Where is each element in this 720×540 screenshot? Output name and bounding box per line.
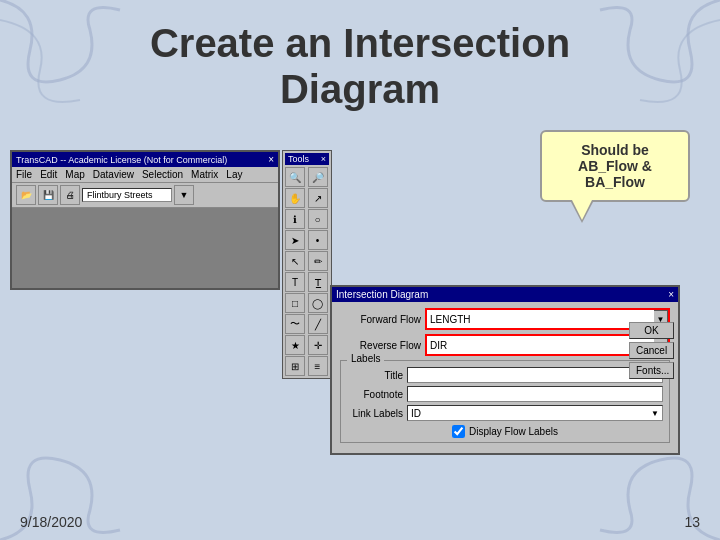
title-line2: Diagram bbox=[100, 66, 620, 112]
toolbar-btn-3[interactable]: 🖨 bbox=[60, 185, 80, 205]
link-labels-arrow: ▼ bbox=[651, 409, 659, 418]
reverse-flow-row: Reverse Flow DIR ▼ bbox=[340, 334, 670, 356]
transcad-menubar: File Edit Map Dataview Selection Matrix … bbox=[12, 167, 278, 183]
tool-circle2[interactable]: ◯ bbox=[308, 293, 328, 313]
menu-matrix[interactable]: Matrix bbox=[191, 169, 218, 180]
tool-hand[interactable]: ✋ bbox=[285, 188, 305, 208]
slide: Create an Intersection Diagram Should be… bbox=[0, 0, 720, 540]
footer-page: 13 bbox=[684, 514, 700, 530]
transcad-titlebar: TransCAD -- Academic License (Not for Co… bbox=[12, 152, 278, 167]
menu-map[interactable]: Map bbox=[65, 169, 84, 180]
display-flow-labels-label: Display Flow Labels bbox=[469, 426, 558, 437]
footnote-field-input[interactable] bbox=[407, 386, 663, 402]
tool-line[interactable]: ╱ bbox=[308, 314, 328, 334]
title-field-label: Title bbox=[347, 370, 407, 381]
display-flow-labels-row: Display Flow Labels bbox=[347, 425, 663, 438]
tool-arrow[interactable]: ➤ bbox=[285, 230, 305, 250]
link-labels-input-wrapper: ID ▼ bbox=[407, 405, 663, 421]
callout-text: Should be AB_Flow & BA_Flow bbox=[578, 142, 652, 190]
reverse-flow-label: Reverse Flow bbox=[340, 340, 425, 351]
tool-cursor[interactable]: ↖ bbox=[285, 251, 305, 271]
forward-flow-row: Forward Flow LENGTH ▼ bbox=[340, 308, 670, 330]
tool-point[interactable]: • bbox=[308, 230, 328, 250]
labels-section-title: Labels bbox=[347, 353, 384, 364]
footnote-field-row: Footnote bbox=[347, 386, 663, 402]
tool-zoom[interactable]: 🔎 bbox=[308, 167, 328, 187]
link-labels-row: Link Labels ID ▼ bbox=[347, 405, 663, 421]
footnote-field-label: Footnote bbox=[347, 389, 407, 400]
tool-info[interactable]: ℹ bbox=[285, 209, 305, 229]
title-field-input[interactable] bbox=[407, 367, 663, 383]
menu-file[interactable]: File bbox=[16, 169, 32, 180]
link-labels-label: Link Labels bbox=[347, 408, 407, 419]
menu-selection[interactable]: Selection bbox=[142, 169, 183, 180]
tool-text[interactable]: T bbox=[285, 272, 305, 292]
toolbar-btn-dropdown[interactable]: ▼ bbox=[174, 185, 194, 205]
transcad-close[interactable]: × bbox=[268, 154, 274, 165]
tool-star[interactable]: ★ bbox=[285, 335, 305, 355]
tools-close[interactable]: × bbox=[321, 154, 326, 164]
menu-lay[interactable]: Lay bbox=[226, 169, 242, 180]
title-line1: Create an Intersection bbox=[100, 20, 620, 66]
tools-title: Tools bbox=[288, 154, 309, 164]
map-area bbox=[12, 208, 278, 288]
display-flow-labels-checkbox[interactable] bbox=[452, 425, 465, 438]
transcad-window: TransCAD -- Academic License (Not for Co… bbox=[10, 150, 280, 290]
intersection-dialog: Intersection Diagram × Forward Flow LENG… bbox=[330, 285, 680, 455]
slide-title: Create an Intersection Diagram bbox=[100, 20, 620, 112]
tools-panel: Tools × 🔍 🔎 ✋ ↗ ℹ ○ ➤ • ↖ ✏ T T̲ □ ◯ 〜 ╱… bbox=[282, 150, 332, 379]
tool-magnify[interactable]: 🔍 bbox=[285, 167, 305, 187]
callout-bubble: Should be AB_Flow & BA_Flow bbox=[540, 130, 690, 202]
dialog-close[interactable]: × bbox=[668, 289, 674, 300]
footer: 9/18/2020 13 bbox=[0, 514, 720, 530]
transcad-title: TransCAD -- Academic License (Not for Co… bbox=[16, 155, 227, 165]
dialog-body: Forward Flow LENGTH ▼ Reverse Flow DIR ▼ bbox=[332, 302, 678, 453]
transcad-toolbar: 📂 💾 🖨 Flintbury Streets ▼ bbox=[12, 183, 278, 208]
menu-edit[interactable]: Edit bbox=[40, 169, 57, 180]
title-field-row: Title bbox=[347, 367, 663, 383]
toolbar-btn-1[interactable]: 📂 bbox=[16, 185, 36, 205]
tool-layers[interactable]: ≡ bbox=[308, 356, 328, 376]
tool-cross[interactable]: ✛ bbox=[308, 335, 328, 355]
tools-titlebar: Tools × bbox=[285, 153, 329, 165]
dialog-buttons: OK Cancel bbox=[629, 322, 674, 359]
reverse-flow-input[interactable]: DIR bbox=[427, 336, 654, 354]
tool-select[interactable]: ↗ bbox=[308, 188, 328, 208]
tool-rect[interactable]: □ bbox=[285, 293, 305, 313]
tool-grid[interactable]: ⊞ bbox=[285, 356, 305, 376]
toolbar-btn-2[interactable]: 💾 bbox=[38, 185, 58, 205]
fonts-button[interactable]: Fonts... bbox=[629, 362, 674, 379]
toolbar-dropdown-value: Flintbury Streets bbox=[87, 190, 153, 200]
forward-flow-input[interactable]: LENGTH bbox=[427, 310, 654, 328]
toolbar-dropdown[interactable]: Flintbury Streets bbox=[82, 188, 172, 202]
menu-dataview[interactable]: Dataview bbox=[93, 169, 134, 180]
ok-button[interactable]: OK bbox=[629, 322, 674, 339]
fonts-btn-wrapper: Fonts... bbox=[629, 362, 674, 379]
link-labels-select[interactable]: ID ▼ bbox=[407, 405, 663, 421]
dialog-title: Intersection Diagram bbox=[336, 289, 428, 300]
forward-flow-label: Forward Flow bbox=[340, 314, 425, 325]
footer-date: 9/18/2020 bbox=[20, 514, 82, 530]
labels-section: Labels Title Footnote Link Labels I bbox=[340, 360, 670, 443]
tool-circle[interactable]: ○ bbox=[308, 209, 328, 229]
cancel-button[interactable]: Cancel bbox=[629, 342, 674, 359]
dialog-titlebar: Intersection Diagram × bbox=[332, 287, 678, 302]
tool-wave[interactable]: 〜 bbox=[285, 314, 305, 334]
tool-edit[interactable]: ✏ bbox=[308, 251, 328, 271]
tool-text2[interactable]: T̲ bbox=[308, 272, 328, 292]
tools-grid: 🔍 🔎 ✋ ↗ ℹ ○ ➤ • ↖ ✏ T T̲ □ ◯ 〜 ╱ ★ ✛ ⊞ ≡ bbox=[285, 167, 329, 376]
